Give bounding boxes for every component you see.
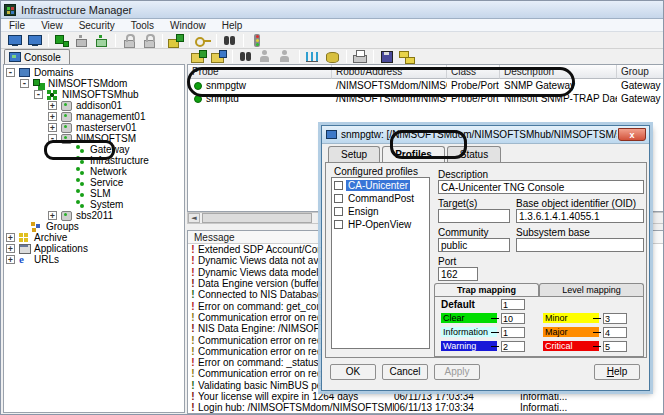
checkbox-icon[interactable] xyxy=(334,194,343,203)
checkbox-icon[interactable] xyxy=(334,207,343,216)
key-icon[interactable] xyxy=(194,33,212,48)
robot-icon xyxy=(60,122,73,133)
console-view2-icon[interactable] xyxy=(26,33,44,48)
column-header-group[interactable]: Group xyxy=(617,65,664,79)
profile-item-ca-unicenter[interactable]: CA-Unicenter xyxy=(332,179,429,192)
collapse-icon[interactable]: - xyxy=(34,90,43,99)
tree-item-infrastructure[interactable]: Infrastructure xyxy=(4,155,184,166)
tree-item-nimsoftsmhub[interactable]: -NIMSOFTSMhub xyxy=(4,89,184,100)
profile-item-hp-openview[interactable]: HP-OpenView xyxy=(332,218,429,231)
community-field[interactable] xyxy=(438,238,510,252)
tree-item-service[interactable]: Service xyxy=(4,177,184,188)
tab-profiles[interactable]: Profiles xyxy=(382,146,445,162)
robot-icon[interactable] xyxy=(73,33,91,48)
message-row[interactable]: !Your license will expire in 1264 days06… xyxy=(188,391,664,402)
table-row-snmpgtw[interactable]: snmpgtw /NIMSOFTSMdom/NIMSOFTS... Probe/… xyxy=(188,79,664,92)
critical-value-field[interactable] xyxy=(603,341,627,352)
expand-icon[interactable]: + xyxy=(6,255,15,264)
ok-button[interactable]: OK xyxy=(330,364,376,380)
print-icon[interactable] xyxy=(351,49,369,64)
find-probe-icon[interactable] xyxy=(237,49,255,64)
collapse-icon[interactable]: - xyxy=(20,79,29,88)
expand-icon[interactable]: + xyxy=(48,101,57,110)
table-row-snmptd[interactable]: snmptd /NIMSOFTSMdom/NIMSOFTS... Probe/P… xyxy=(188,92,664,105)
tree-item-system[interactable]: System xyxy=(4,199,184,210)
tree-item-groups[interactable]: Groups xyxy=(4,221,184,232)
menu-view[interactable]: View xyxy=(33,20,71,31)
menu-tools[interactable]: Tools xyxy=(123,20,162,31)
menu-window[interactable]: Window xyxy=(162,20,214,31)
column-header-class[interactable]: Class xyxy=(447,65,500,79)
expand-icon[interactable]: + xyxy=(6,233,15,242)
distribute-icon[interactable] xyxy=(398,49,416,64)
tree-item-gateway[interactable]: Gateway xyxy=(4,144,184,155)
tree-item-addison01[interactable]: +addison01 xyxy=(4,100,184,111)
tree-item-nimsoftsm[interactable]: -NIMSOFTSM xyxy=(4,133,184,144)
profile-item-ensign[interactable]: Ensign xyxy=(332,205,429,218)
help-button[interactable]: Help xyxy=(594,364,640,380)
robot-active-icon[interactable] xyxy=(93,33,111,48)
login-user-icon[interactable] xyxy=(257,49,275,64)
checkbox-icon[interactable] xyxy=(334,220,343,229)
menu-file[interactable]: File xyxy=(1,20,33,31)
tree-item-urls[interactable]: +URLs xyxy=(4,254,184,265)
expand-icon[interactable]: + xyxy=(48,123,57,132)
major-value-field[interactable] xyxy=(603,327,627,338)
oid-field[interactable] xyxy=(516,209,644,223)
tab-console[interactable]: Console xyxy=(4,49,70,64)
graph-icon[interactable] xyxy=(304,49,322,64)
expand-icon[interactable]: + xyxy=(6,244,15,253)
expand-icon[interactable]: + xyxy=(48,211,57,220)
console-view-icon[interactable] xyxy=(6,33,24,48)
information-value-field[interactable] xyxy=(501,327,525,338)
clear-value-field[interactable] xyxy=(501,313,525,324)
minor-value-field[interactable] xyxy=(603,313,627,324)
tab-status[interactable]: Status xyxy=(447,146,501,162)
tree-item-applications[interactable]: +Applications xyxy=(4,243,184,254)
warning-value-field[interactable] xyxy=(501,341,525,352)
tree-item-domains[interactable]: -Domains xyxy=(4,67,184,78)
checkbox-icon[interactable] xyxy=(334,181,343,190)
lock-icon[interactable] xyxy=(120,33,138,48)
database-icon[interactable] xyxy=(324,49,342,64)
collapse-icon[interactable]: - xyxy=(6,68,15,77)
tree-item-nimsoftsmdom[interactable]: -NIMSOFTSMdom xyxy=(4,78,184,89)
tree-item-network[interactable]: Network xyxy=(4,166,184,177)
tab-setup[interactable]: Setup xyxy=(328,146,380,162)
scroll-left-icon[interactable]: ◄ xyxy=(188,213,200,223)
expand-icon[interactable]: + xyxy=(48,112,57,121)
message-row[interactable]: !Login hub: /NIMSOFTSMdom/NIMSOFTSMhub/N… xyxy=(188,402,664,413)
view-robots-icon[interactable] xyxy=(190,49,208,64)
cancel-button[interactable]: Cancel xyxy=(382,364,428,380)
tree-item-archive[interactable]: +Archive xyxy=(4,232,184,243)
hub-icon[interactable] xyxy=(53,33,71,48)
tab-level-mapping[interactable]: Level mapping xyxy=(539,283,644,296)
targets-field[interactable] xyxy=(438,209,510,223)
menu-security[interactable]: Security xyxy=(71,20,123,31)
unlock-icon[interactable] xyxy=(140,33,158,48)
profile-item-commandpost[interactable]: CommandPost xyxy=(332,192,429,205)
tree-item-management01[interactable]: +management01 xyxy=(4,111,184,122)
description-field[interactable] xyxy=(438,180,644,194)
default-value-field[interactable] xyxy=(501,299,525,310)
port-field[interactable] xyxy=(438,267,478,281)
tree-item-sbs2011[interactable]: +sbs2011 xyxy=(4,210,184,221)
collapse-icon[interactable]: - xyxy=(48,134,57,143)
tree-item-masterserv01[interactable]: +masterserv01 xyxy=(4,122,184,133)
column-header-description[interactable]: Description xyxy=(500,65,617,79)
column-header-robot-address[interactable]: Robot/Address xyxy=(332,65,447,79)
close-icon[interactable]: x xyxy=(618,128,646,141)
binoculars-icon[interactable] xyxy=(221,33,239,48)
traffic-light-icon[interactable] xyxy=(248,33,266,48)
scrollbar-thumb[interactable] xyxy=(202,213,312,223)
subsystem-base-field[interactable] xyxy=(516,238,644,252)
view-packages-icon[interactable] xyxy=(210,49,228,64)
probe-group-icon xyxy=(74,177,87,188)
menu-help[interactable]: Help xyxy=(214,20,251,31)
column-header-probe[interactable]: Probe xyxy=(188,65,332,79)
distribution-icon[interactable] xyxy=(167,33,185,48)
tree-item-slm[interactable]: SLM xyxy=(4,188,184,199)
tab-trap-mapping[interactable]: Trap mapping xyxy=(434,283,539,296)
save-icon[interactable] xyxy=(378,49,396,64)
logout-user-icon[interactable] xyxy=(277,49,295,64)
